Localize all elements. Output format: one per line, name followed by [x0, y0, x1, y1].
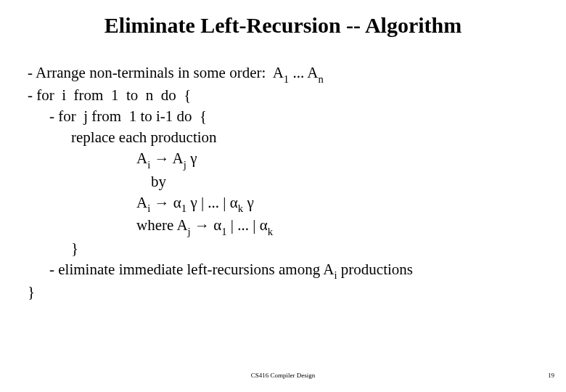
slide-title: Eliminate Left-Recursion -- Algorithm	[0, 13, 566, 38]
line-9: }	[28, 238, 536, 259]
line-6: by	[28, 171, 536, 192]
line-5: Ai → Aj γ	[28, 148, 536, 171]
line-7: Ai → α1 γ | ... | αk γ	[28, 192, 536, 215]
text: replace each production	[71, 128, 217, 146]
text: ... A	[289, 64, 318, 81]
line-3: - for j from 1 to i-1 do {	[28, 106, 536, 127]
subscript: j	[184, 159, 186, 171]
page-number: 19	[548, 372, 554, 379]
text: productions	[337, 261, 413, 278]
subscript: k	[238, 203, 243, 214]
text: A	[136, 150, 147, 167]
text: γ	[186, 150, 197, 167]
footer-text: CS416 Compiler Design	[0, 372, 566, 379]
line-11: }	[28, 282, 536, 303]
text: A	[136, 194, 147, 211]
subscript: k	[268, 226, 273, 237]
line-2: - for i from 1 to n do {	[28, 85, 536, 106]
line-4: replace each production	[28, 127, 536, 148]
line-1: - Arrange non-terminals in some order: A…	[28, 62, 536, 85]
text: | ... | α	[227, 216, 268, 234]
subscript: 1	[221, 226, 226, 237]
text: → α	[191, 216, 222, 234]
subscript: j	[188, 226, 191, 237]
subscript: i	[147, 159, 150, 171]
line-8: where Aj → α1 | ... | αk	[28, 215, 536, 237]
subscript: 1	[181, 203, 186, 214]
text: → A	[150, 150, 184, 167]
subscript: i	[147, 203, 150, 214]
text: γ | ... | α	[186, 194, 238, 211]
title-text: Eliminate Left-Recursion -- Algorithm	[104, 13, 462, 37]
text: - for j from 1 to i-1 do {	[49, 107, 207, 125]
text: - for i from 1 to n do {	[28, 86, 191, 104]
text: where A	[136, 216, 188, 234]
text: - eliminate immediate left-recursions am…	[49, 261, 334, 278]
text: → α	[150, 194, 181, 211]
text: - Arrange non-terminals in some order: A	[28, 64, 284, 81]
subscript: 1	[284, 73, 289, 85]
line-10: - eliminate immediate left-recursions am…	[28, 259, 536, 282]
text: }	[71, 240, 78, 257]
subscript: n	[318, 73, 323, 85]
text: }	[28, 283, 35, 301]
text: γ	[243, 194, 254, 211]
text: by	[151, 173, 166, 190]
slide: Eliminate Left-Recursion -- Algorithm - …	[0, 0, 566, 392]
subscript: i	[334, 269, 337, 281]
slide-body: - Arrange non-terminals in some order: A…	[28, 62, 536, 303]
